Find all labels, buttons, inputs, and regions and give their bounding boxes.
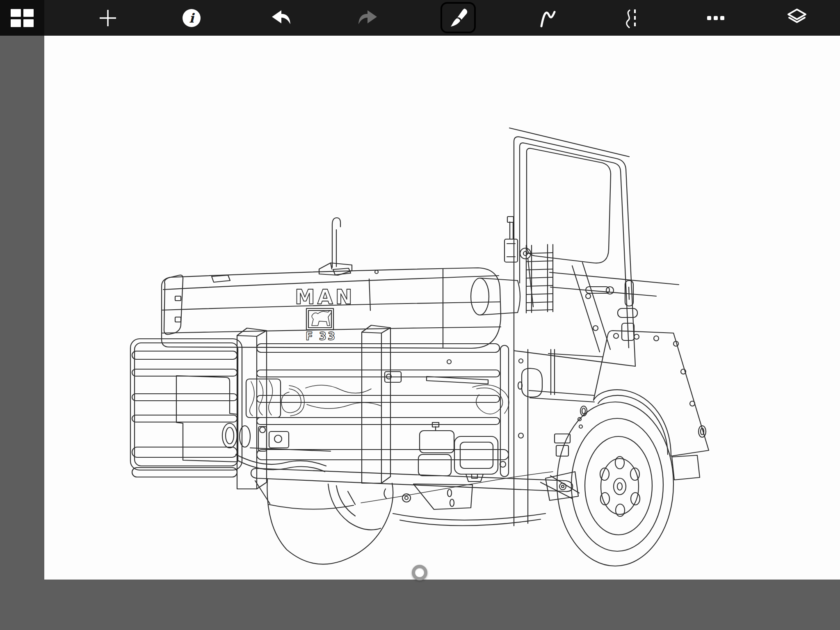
ellipsis-icon <box>705 7 726 30</box>
layers-icon <box>785 7 808 30</box>
gallery-button[interactable] <box>0 0 44 36</box>
stroke-wave-icon <box>537 7 560 30</box>
lion-badge <box>306 308 333 330</box>
model-text: F 33 <box>306 330 336 342</box>
redo-arrow-icon <box>356 7 379 30</box>
undo-button[interactable] <box>264 0 298 36</box>
toolbar: i <box>0 0 840 36</box>
front-left-wheel <box>267 479 393 564</box>
plus-icon <box>96 7 119 30</box>
truck-door <box>504 128 679 366</box>
brush-button[interactable] <box>441 2 476 33</box>
stroke-button[interactable] <box>532 0 566 36</box>
right-fender <box>529 262 709 500</box>
redo-button[interactable] <box>351 0 385 36</box>
front-right-wheel <box>557 402 673 566</box>
drawing-canvas[interactable]: MAN F 33 <box>44 36 840 580</box>
hood-logo-text: MAN <box>295 285 355 309</box>
layers-button[interactable] <box>780 0 814 36</box>
info-icon: i <box>180 7 203 30</box>
symmetry-icon <box>622 7 645 30</box>
truck-hood: MAN F 33 <box>162 218 501 348</box>
truck-line-drawing: MAN F 33 <box>44 36 840 580</box>
grid-icon <box>10 8 34 28</box>
symmetry-button[interactable] <box>616 0 651 36</box>
sketch-app-screen: { "toolbar": { "background": "#1b1b1b", … <box>0 0 840 630</box>
more-button[interactable] <box>698 0 733 36</box>
new-sketch-button[interactable] <box>91 0 125 36</box>
info-button[interactable]: i <box>174 0 209 36</box>
brush-puck[interactable] <box>412 565 427 580</box>
brush-guard <box>130 325 573 491</box>
air-tank <box>471 278 520 315</box>
paintbrush-icon <box>447 6 470 29</box>
undo-arrow-icon <box>269 7 292 30</box>
